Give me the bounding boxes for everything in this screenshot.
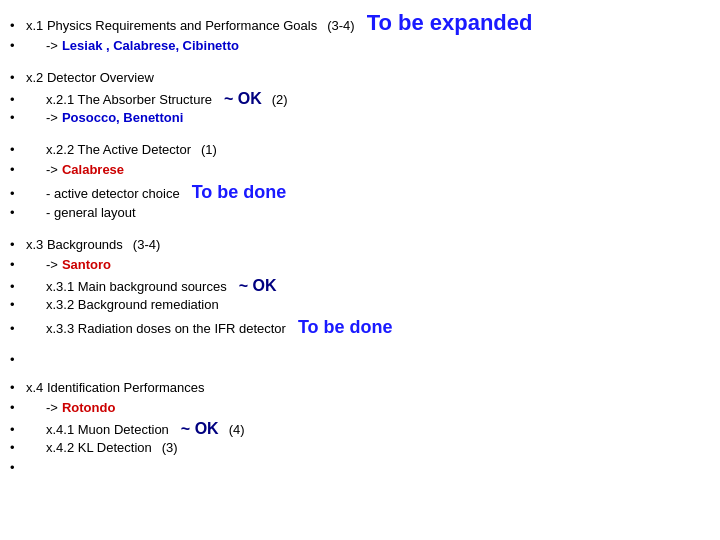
page-count: (2) [272, 92, 288, 107]
section-sec4: •x.3 Backgrounds(3-4)•-> Santoro•x.3.1 M… [10, 229, 710, 338]
bullet-dot: • [10, 205, 26, 220]
row-content: -> Lesiak , Calabrese, Cibinetto [26, 38, 710, 53]
bullet-row: •-> Posocco, Benettoni [10, 110, 710, 128]
bullet-row: •-> Santoro [10, 257, 710, 275]
row-content: -> Posocco, Benettoni [26, 110, 710, 125]
bullet-row: • [10, 460, 710, 478]
bullet-row: •x.2.1 The Absorber Structure~ OK(2) [10, 90, 710, 108]
section-sec5: ••x.4 Identification Performances•-> Rot… [10, 344, 710, 478]
row-content: -> Santoro [26, 257, 710, 272]
text-normal: - active detector choice [46, 186, 180, 201]
author-link: Lesiak , Calabrese, Cibinetto [62, 38, 239, 53]
row-content: x.3.1 Main background sources~ OK [26, 277, 710, 295]
bullet-row: •x.3.1 Main background sources~ OK [10, 277, 710, 295]
section-sec3: •x.2.2 The Active Detector(1)•-> Calabre… [10, 134, 710, 223]
bullet-dot: • [10, 460, 26, 475]
text-normal: -> [46, 110, 58, 125]
row-content: x.3 Backgrounds(3-4) [26, 237, 710, 252]
text-normal: x.4.1 Muon Detection [46, 422, 169, 437]
bullet-dot: • [10, 18, 26, 33]
main-content: •x.1 Physics Requirements and Performanc… [10, 10, 710, 478]
text-normal: x.2 Detector Overview [26, 70, 154, 85]
text-normal: x.4 Identification Performances [26, 380, 204, 395]
bullet-dot: • [10, 422, 26, 437]
page-count: (4) [229, 422, 245, 437]
bullet-row: •- general layout [10, 205, 710, 223]
bullet-row: •-> Lesiak , Calabrese, Cibinetto [10, 38, 710, 56]
row-content: x.4.1 Muon Detection~ OK(4) [26, 420, 710, 438]
author-red-link: Calabrese [62, 162, 124, 177]
page-count: (3-4) [133, 237, 160, 252]
bullet-dot: • [10, 110, 26, 125]
spacer [10, 344, 710, 352]
text-normal: -> [46, 162, 58, 177]
to-be-done-label: To be done [298, 317, 393, 338]
page-count: (1) [201, 142, 217, 157]
section-sec1: •x.1 Physics Requirements and Performanc… [10, 10, 710, 56]
text-normal: x.2.1 The Absorber Structure [46, 92, 212, 107]
text-normal: x.3.1 Main background sources [46, 279, 227, 294]
bullet-row: •x.3.2 Background remediation [10, 297, 710, 315]
ok-label: ~ OK [239, 277, 277, 295]
row-content: x.2 Detector Overview [26, 70, 710, 85]
bullet-dot: • [10, 237, 26, 252]
bullet-row: •-> Rotondo [10, 400, 710, 418]
bullet-row: •x.1 Physics Requirements and Performanc… [10, 10, 710, 36]
bullet-row: •x.2 Detector Overview [10, 70, 710, 88]
author-link: Posocco, Benettoni [62, 110, 183, 125]
spacer [10, 134, 710, 142]
page-count: (3-4) [327, 18, 354, 33]
row-content: -> Calabrese [26, 162, 710, 177]
ok-label: ~ OK [224, 90, 262, 108]
bullet-dot: • [10, 70, 26, 85]
text-normal: x.3.2 Background remediation [46, 297, 219, 312]
bullet-dot: • [10, 440, 26, 455]
row-content: x.1 Physics Requirements and Performance… [26, 10, 710, 36]
bullet-dot: • [10, 142, 26, 157]
text-normal: x.2.2 The Active Detector [46, 142, 191, 157]
spacer [10, 372, 710, 380]
row-content: - active detector choiceTo be done [26, 182, 710, 203]
bullet-row: •-> Calabrese [10, 162, 710, 180]
bullet-row: •x.2.2 The Active Detector(1) [10, 142, 710, 160]
text-normal: x.1 Physics Requirements and Performance… [26, 18, 317, 33]
row-content: -> Rotondo [26, 400, 710, 415]
bullet-row: •x.3 Backgrounds(3-4) [10, 237, 710, 255]
row-content: - general layout [26, 205, 710, 220]
spacer [10, 229, 710, 237]
text-normal: x.4.2 KL Detection [46, 440, 152, 455]
bullet-dot: • [10, 162, 26, 177]
row-content: x.2.1 The Absorber Structure~ OK(2) [26, 90, 710, 108]
bullet-dot: • [10, 257, 26, 272]
to-be-done-label: To be done [192, 182, 287, 203]
bullet-dot: • [10, 186, 26, 201]
text-normal: -> [46, 400, 58, 415]
bullet-row: •x.4 Identification Performances [10, 380, 710, 398]
spacer [10, 62, 710, 70]
section-sec2: •x.2 Detector Overview•x.2.1 The Absorbe… [10, 62, 710, 128]
author-red-link: Santoro [62, 257, 111, 272]
text-normal: x.3.3 Radiation doses on the IFR detecto… [46, 321, 286, 336]
row-content: x.4 Identification Performances [26, 380, 710, 395]
text-normal: -> [46, 38, 58, 53]
row-content: x.2.2 The Active Detector(1) [26, 142, 710, 157]
bullet-dot: • [10, 297, 26, 312]
text-normal: -> [46, 257, 58, 272]
ok-label: ~ OK [181, 420, 219, 438]
bullet-row: •- active detector choiceTo be done [10, 182, 710, 203]
bullet-dot: • [10, 352, 26, 367]
text-normal: - general layout [46, 205, 136, 220]
row-content: x.4.2 KL Detection(3) [26, 440, 710, 455]
bullet-dot: • [10, 400, 26, 415]
to-be-expanded-label: To be expanded [367, 10, 533, 36]
bullet-row: •x.3.3 Radiation doses on the IFR detect… [10, 317, 710, 338]
bullet-dot: • [10, 92, 26, 107]
bullet-dot: • [10, 38, 26, 53]
bullet-dot: • [10, 380, 26, 395]
text-normal: x.3 Backgrounds [26, 237, 123, 252]
page-count: (3) [162, 440, 178, 455]
bullet-dot: • [10, 321, 26, 336]
bullet-dot: • [10, 279, 26, 294]
bullet-row: •x.4.1 Muon Detection~ OK(4) [10, 420, 710, 438]
bullet-row: •x.4.2 KL Detection(3) [10, 440, 710, 458]
